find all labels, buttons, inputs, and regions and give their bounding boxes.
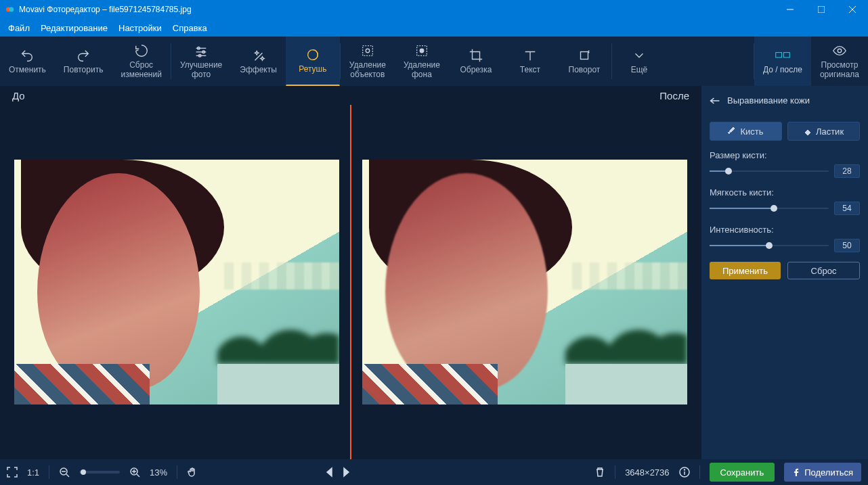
more-label: Ещё bbox=[631, 66, 648, 74]
svg-point-30 bbox=[684, 469, 685, 470]
svg-point-14 bbox=[366, 49, 370, 53]
menu-bar: Файл Редактирование Настройки Справка bbox=[0, 19, 868, 37]
brush-softness-value[interactable]: 54 bbox=[834, 202, 860, 215]
brush-eraser-toggle: Кисть Ластик bbox=[710, 122, 860, 141]
remove-bg-label: Удаление фона bbox=[404, 61, 440, 78]
main-area: До После Выравнивание кожи Кисть bbox=[0, 86, 868, 459]
maximize-button[interactable] bbox=[806, 0, 837, 19]
redo-label: Повторить bbox=[64, 66, 104, 74]
retouch-label: Ретушь bbox=[299, 65, 326, 74]
reset-changes-button[interactable]: Сброс изменений bbox=[112, 37, 170, 86]
panel-header: Выравнивание кожи bbox=[710, 93, 860, 112]
prev-image-icon[interactable] bbox=[324, 467, 335, 478]
brush-toggle-label: Кисть bbox=[740, 126, 763, 137]
bottom-bar: 1:1 13% 3648×2736 Сохранить Поделиться bbox=[0, 459, 868, 485]
remove-objects-label: Удаление объектов bbox=[349, 61, 386, 78]
before-label: До bbox=[12, 90, 25, 101]
enhance-icon bbox=[194, 43, 209, 58]
after-label: После bbox=[659, 90, 689, 101]
effects-icon bbox=[251, 48, 266, 63]
close-button[interactable] bbox=[837, 0, 868, 19]
intensity-row: Интенсивность: 50 bbox=[710, 225, 860, 252]
separator bbox=[177, 465, 177, 479]
app-icon bbox=[5, 5, 15, 14]
window-title: Movavi Фоторедактор – file5971245784785.… bbox=[19, 5, 775, 14]
toolbar-right: До / после Просмотр оригинала bbox=[754, 37, 868, 86]
brush-softness-slider[interactable] bbox=[710, 208, 829, 209]
remove-bg-icon bbox=[414, 43, 429, 58]
svg-point-20 bbox=[838, 49, 842, 53]
next-image-icon[interactable] bbox=[341, 467, 351, 478]
retouch-panel: Выравнивание кожи Кисть Ластик Размер ки… bbox=[701, 86, 868, 459]
bottom-right: 3648×2736 Сохранить Поделиться bbox=[594, 463, 861, 482]
crop-icon bbox=[469, 48, 483, 63]
menu-settings[interactable]: Настройки bbox=[118, 23, 162, 33]
menu-file[interactable]: Файл bbox=[8, 23, 30, 33]
image-comparison[interactable] bbox=[0, 105, 701, 459]
brush-softness-label: Мягкость кисти: bbox=[710, 187, 860, 198]
brush-size-value[interactable]: 28 bbox=[834, 164, 860, 178]
rotate-icon bbox=[577, 48, 592, 63]
view-original-label: Просмотр оригинала bbox=[820, 61, 859, 78]
crop-button[interactable]: Обрезка bbox=[449, 37, 503, 86]
info-icon[interactable] bbox=[679, 467, 690, 478]
menu-edit[interactable]: Редактирование bbox=[41, 23, 108, 33]
hand-icon[interactable] bbox=[187, 467, 198, 478]
text-button[interactable]: Текст bbox=[503, 37, 557, 86]
zoom-in-icon[interactable] bbox=[129, 467, 140, 478]
svg-rect-19 bbox=[783, 53, 789, 57]
brush-size-slider[interactable] bbox=[710, 170, 829, 172]
view-original-button[interactable]: Просмотр оригинала bbox=[811, 37, 868, 86]
enhance-button[interactable]: Улучшение фото bbox=[171, 37, 231, 86]
before-after-header: До После bbox=[0, 86, 701, 105]
text-label: Текст bbox=[520, 66, 540, 74]
svg-rect-18 bbox=[776, 53, 782, 57]
save-button[interactable]: Сохранить bbox=[710, 463, 775, 482]
remove-bg-button[interactable]: Удаление фона bbox=[395, 37, 449, 86]
menu-help[interactable]: Справка bbox=[173, 23, 207, 33]
intensity-slider[interactable] bbox=[710, 245, 829, 246]
brush-toggle[interactable]: Кисть bbox=[710, 122, 782, 141]
more-button[interactable]: Ещё bbox=[612, 37, 666, 86]
redo-button[interactable]: Повторить bbox=[55, 37, 112, 86]
effects-button[interactable]: Эффекты bbox=[231, 37, 286, 86]
separator bbox=[49, 465, 49, 479]
separator bbox=[699, 465, 700, 479]
fit-actual-button[interactable]: 1:1 bbox=[27, 467, 39, 478]
svg-line-22 bbox=[66, 474, 69, 477]
retouch-button[interactable]: Ретушь bbox=[286, 37, 340, 86]
window-controls bbox=[775, 0, 868, 19]
zoom-out-icon[interactable] bbox=[59, 467, 70, 478]
after-image bbox=[362, 160, 687, 405]
panel-buttons: Применить Сброс bbox=[710, 262, 860, 279]
intensity-label: Интенсивность: bbox=[710, 225, 860, 235]
undo-button[interactable]: Отменить bbox=[0, 37, 55, 86]
svg-rect-3 bbox=[818, 6, 825, 13]
comparison-divider[interactable] bbox=[350, 105, 351, 459]
trash-icon[interactable] bbox=[594, 467, 605, 478]
svg-point-16 bbox=[420, 49, 424, 53]
canvas-area: До После bbox=[0, 86, 701, 459]
undo-icon bbox=[20, 48, 35, 63]
crop-label: Обрезка bbox=[460, 66, 492, 74]
undo-label: Отменить bbox=[9, 66, 46, 74]
title-bar: Movavi Фоторедактор – file5971245784785.… bbox=[0, 0, 868, 19]
remove-objects-button[interactable]: Удаление объектов bbox=[341, 37, 395, 86]
retouch-icon bbox=[305, 47, 320, 62]
minimize-button[interactable] bbox=[775, 0, 806, 19]
effects-label: Эффекты bbox=[240, 66, 277, 74]
intensity-value[interactable]: 50 bbox=[834, 239, 860, 252]
eraser-toggle[interactable]: Ластик bbox=[787, 122, 860, 141]
zoom-slider[interactable] bbox=[79, 471, 120, 474]
svg-rect-17 bbox=[580, 51, 588, 59]
fullscreen-icon[interactable] bbox=[7, 467, 18, 478]
reset-icon bbox=[134, 43, 149, 58]
reset-button[interactable]: Сброс bbox=[787, 262, 860, 279]
reset-changes-label: Сброс изменений bbox=[121, 61, 161, 78]
apply-button[interactable]: Применить bbox=[710, 262, 781, 279]
rotate-button[interactable]: Поворот bbox=[557, 37, 611, 86]
share-button[interactable]: Поделиться bbox=[784, 463, 861, 482]
before-after-button[interactable]: До / после bbox=[754, 37, 811, 86]
facebook-icon bbox=[792, 468, 800, 476]
back-arrow-icon[interactable] bbox=[710, 97, 720, 105]
